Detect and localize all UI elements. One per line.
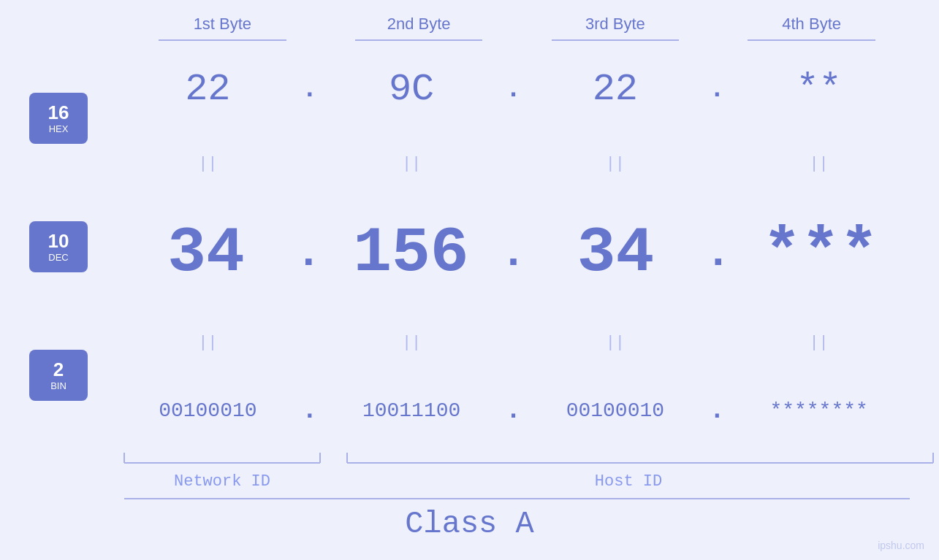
- hex-byte-3: 22: [525, 68, 707, 111]
- dec-name: DEC: [48, 252, 68, 263]
- watermark: ipshu.com: [878, 540, 924, 551]
- hex-num: 16: [48, 102, 69, 123]
- byte-header-3: 3rd Byte: [517, 15, 714, 47]
- dot-hex-2: .: [503, 74, 525, 104]
- dot-dec-1: .: [295, 229, 322, 278]
- dec-row: 34 . 156 . 34 . ***: [117, 217, 910, 289]
- hex-byte-1: 22: [117, 68, 299, 111]
- eq-1-4: ||: [728, 155, 910, 173]
- main-area: 16 HEX 10 DEC 2 BIN 22 . 9C . 22 . **: [29, 47, 910, 447]
- eq-1-3: ||: [525, 155, 707, 173]
- hex-byte-2: 9C: [321, 68, 503, 111]
- dec-byte-3: 34: [527, 217, 705, 289]
- hex-byte-4: **: [728, 68, 910, 111]
- eq-1-1: ||: [117, 155, 299, 173]
- dot-hex-1: .: [299, 74, 321, 104]
- values-grid: 22 . 9C . 22 . ** || || || || 34: [117, 47, 910, 447]
- bin-byte-2: 10011100: [321, 399, 503, 422]
- dot-dec-3: .: [705, 229, 731, 278]
- hex-row: 22 . 9C . 22 . **: [117, 68, 910, 111]
- bin-num: 2: [53, 359, 64, 380]
- eq-1-2: ||: [321, 155, 503, 173]
- equals-row-1: || || || ||: [117, 155, 910, 173]
- eq-2-2: ||: [321, 334, 503, 352]
- dot-bin-2: .: [503, 396, 525, 426]
- byte-header-1: 1st Byte: [124, 15, 321, 47]
- bin-name: BIN: [50, 380, 66, 391]
- eq-2-4: ||: [728, 334, 910, 352]
- eq-2-3: ||: [525, 334, 707, 352]
- dot-bin-3: .: [706, 396, 728, 426]
- dec-byte-1: 34: [117, 217, 295, 289]
- brackets-svg: [124, 447, 939, 469]
- bin-badge: 2 BIN: [29, 350, 88, 401]
- byte-header-2: 2nd Byte: [321, 15, 517, 47]
- equals-row-2: || || || ||: [117, 334, 910, 352]
- byte-headers-row: 1st Byte 2nd Byte 3rd Byte 4th Byte: [124, 15, 910, 47]
- dec-badge: 10 DEC: [29, 221, 88, 272]
- network-id-label: Network ID: [124, 472, 320, 491]
- host-id-label: Host ID: [347, 472, 910, 491]
- id-labels-row: Network ID Host ID: [124, 472, 910, 491]
- hex-name: HEX: [49, 123, 69, 134]
- dec-byte-4: ***: [731, 217, 910, 289]
- bin-byte-1: 00100010: [117, 399, 299, 422]
- bin-byte-3: 00100010: [525, 399, 707, 422]
- byte-header-4: 4th Byte: [713, 15, 910, 47]
- dot-hex-3: .: [706, 74, 728, 104]
- eq-2-1: ||: [117, 334, 299, 352]
- dec-byte-2: 156: [322, 217, 500, 289]
- bottom-section: Network ID Host ID Class A: [29, 447, 910, 545]
- label-column: 16 HEX 10 DEC 2 BIN: [29, 47, 117, 447]
- dot-bin-1: .: [299, 396, 321, 426]
- class-label: Class A: [29, 499, 910, 545]
- dot-dec-2: .: [500, 229, 526, 278]
- dec-num: 10: [48, 231, 69, 252]
- hex-badge: 16 HEX: [29, 93, 88, 144]
- bin-byte-4: ********: [728, 399, 910, 422]
- main-container: 1st Byte 2nd Byte 3rd Byte 4th Byte 16 H…: [0, 0, 939, 560]
- bin-row: 00100010 . 10011100 . 00100010 . *******…: [117, 396, 910, 426]
